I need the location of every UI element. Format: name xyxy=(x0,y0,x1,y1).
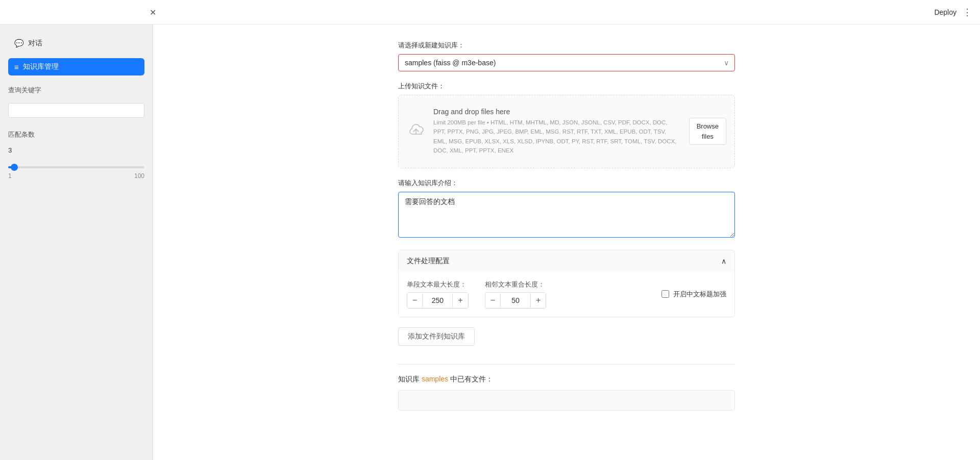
slider-labels: 1 100 xyxy=(8,172,144,180)
kb-files-prefix: 知识库 xyxy=(398,375,422,383)
chinese-title-label: 开启中文标题加强 xyxy=(673,290,726,299)
intro-label: 请输入知识库介绍： xyxy=(398,178,735,188)
upload-limit-text: Limit 200MB per file • HTML, HTM, MHTML,… xyxy=(433,118,681,156)
max-length-increment-button[interactable]: + xyxy=(453,293,468,308)
chat-icon: 💬 xyxy=(14,39,24,48)
file-config-body: 单段文本最大长度： − 250 + 相邻文本重合长度： − 50 xyxy=(399,272,734,317)
upload-label: 上传知识文件： xyxy=(398,82,735,91)
intro-textarea[interactable]: 需要回答的文档 xyxy=(398,192,735,238)
overlap-decrement-button[interactable]: − xyxy=(485,293,500,308)
overlap-increment-button[interactable]: + xyxy=(531,293,546,308)
select-kb[interactable]: samples (faiss @ m3e-base) xyxy=(398,54,735,71)
upload-text-block: Drag and drop files here Limit 200MB per… xyxy=(433,108,681,156)
kb-icon: ≡ xyxy=(14,63,19,71)
sidebar-item-kb-label: 知识库管理 xyxy=(23,62,59,71)
upload-drag-text: Drag and drop files here xyxy=(433,108,681,116)
divider xyxy=(398,364,735,365)
max-length-value: 250 xyxy=(422,293,453,308)
upload-zone[interactable]: Drag and drop files here Limit 200MB per… xyxy=(398,95,735,168)
max-length-field: 单段文本最大长度： − 250 + xyxy=(407,280,469,309)
kb-name: samples xyxy=(422,375,448,383)
top-bar: ✕ Deploy ⋮ xyxy=(0,0,980,24)
browse-files-button[interactable]: Browse files xyxy=(689,118,726,145)
overlap-label: 相邻文本重合长度： xyxy=(485,280,547,289)
search-label: 查询关键字 xyxy=(8,86,144,95)
chinese-title-checkbox[interactable] xyxy=(662,290,669,298)
more-menu-button[interactable]: ⋮ xyxy=(963,7,972,18)
slider-max: 100 xyxy=(134,172,144,180)
max-length-label: 单段文本最大长度： xyxy=(407,280,469,289)
chinese-title-row: 开启中文标题加强 xyxy=(662,290,726,299)
slider-thumb[interactable] xyxy=(11,164,18,171)
overlap-stepper: − 50 + xyxy=(485,292,547,309)
sidebar-item-kb[interactable]: ≡ 知识库管理 xyxy=(8,58,144,75)
config-row: 单段文本最大长度： − 250 + 相邻文本重合长度： − 50 xyxy=(407,280,726,309)
max-length-stepper: − 250 + xyxy=(407,292,469,309)
main-layout: 💬 对话 ≡ 知识库管理 查询关键字 匹配条数 3 1 100 请选择或新建知识… xyxy=(0,24,980,460)
sidebar-item-chat-label: 对话 xyxy=(28,39,42,48)
select-kb-wrapper: samples (faiss @ m3e-base) ∨ xyxy=(398,54,735,71)
match-slider-container: 1 100 xyxy=(8,162,144,180)
overlap-value: 50 xyxy=(500,293,531,308)
sidebar: 💬 对话 ≡ 知识库管理 查询关键字 匹配条数 3 1 100 xyxy=(0,24,153,460)
sidebar-item-chat[interactable]: 💬 对话 xyxy=(8,35,144,52)
deploy-button[interactable]: Deploy xyxy=(934,8,957,16)
kb-files-suffix: 中已有文件： xyxy=(448,375,493,383)
slider-min: 1 xyxy=(8,172,12,180)
select-kb-label: 请选择或新建知识库： xyxy=(398,41,735,50)
slider-track[interactable] xyxy=(8,166,144,168)
content-area: 请选择或新建知识库： samples (faiss @ m3e-base) ∨ … xyxy=(153,24,980,460)
top-bar-right: Deploy ⋮ xyxy=(934,7,972,18)
chevron-up-icon xyxy=(721,257,726,265)
match-label: 匹配条数 xyxy=(8,130,144,139)
file-config-header[interactable]: 文件处理配置 xyxy=(399,250,734,272)
match-count-value: 3 xyxy=(8,146,144,154)
kb-files-label: 知识库 samples 中已有文件： xyxy=(398,375,735,384)
file-config-section: 文件处理配置 单段文本最大长度： − 250 + xyxy=(398,250,735,317)
form-section: 请选择或新建知识库： samples (faiss @ m3e-base) ∨ … xyxy=(398,41,735,411)
max-length-decrement-button[interactable]: − xyxy=(407,293,422,308)
file-config-title: 文件处理配置 xyxy=(407,257,450,266)
cloud-upload-icon xyxy=(407,120,425,142)
add-to-kb-button[interactable]: 添加文件到知识库 xyxy=(398,327,475,346)
kb-files-area xyxy=(398,390,735,411)
overlap-field: 相邻文本重合长度： − 50 + xyxy=(485,280,547,309)
close-button[interactable]: ✕ xyxy=(146,6,159,18)
search-input[interactable] xyxy=(8,103,144,118)
